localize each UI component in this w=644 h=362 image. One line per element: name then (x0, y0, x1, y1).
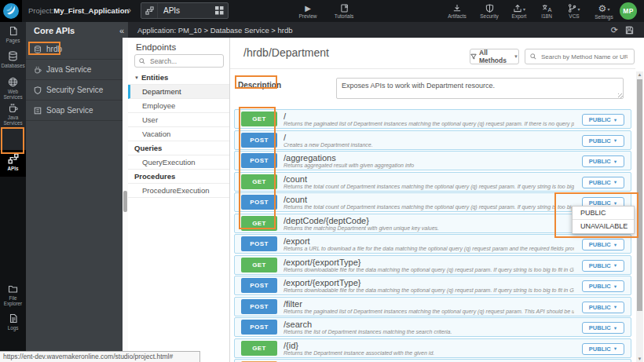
scroll-down-icon[interactable]: ▼ (636, 356, 643, 362)
method-search[interactable] (525, 49, 635, 64)
access-dropdown-button[interactable]: PUBLIC▼ (582, 135, 624, 147)
endpoints-search[interactable] (134, 54, 224, 68)
tab-apis[interactable]: APIs (141, 2, 229, 19)
sidebar-item-java-services[interactable]: Java Services (0, 103, 26, 126)
chevron-down-icon: ▾ (523, 7, 525, 12)
section-entities[interactable]: ▼Entities (128, 71, 229, 85)
panel-scrollbar[interactable] (123, 38, 128, 362)
methods-filter-dropdown[interactable]: All Methods ▼ (470, 49, 519, 64)
method-path: /filter (284, 299, 574, 309)
chevron-down-icon: ▼ (514, 54, 518, 59)
security-button[interactable]: Security (474, 1, 504, 22)
core-item-java-service[interactable]: Java Service (26, 60, 128, 80)
access-dropdown-button[interactable]: PUBLIC▼ (582, 260, 624, 272)
method-badge: GET (241, 112, 277, 126)
method-search-input[interactable] (540, 53, 629, 61)
artifacts-button[interactable]: Artifacts (441, 1, 473, 22)
chevron-down-icon: ▼ (134, 75, 139, 80)
access-dropdown-button[interactable]: PUBLIC▼ (582, 114, 624, 126)
i18n-button[interactable]: A I18N (533, 1, 560, 22)
method-badge: POST (241, 236, 277, 251)
scrollbar-thumb[interactable] (637, 79, 642, 311)
access-dropdown-button[interactable]: PUBLIC▼ (582, 280, 624, 292)
sidebar-item-logs[interactable]: Logs (0, 313, 26, 331)
main-scrollbar[interactable]: ▲ ▼ (636, 71, 643, 362)
chevron-down-icon: ▼ (613, 118, 617, 122)
access-dropdown-button[interactable]: PUBLIC▼ (582, 239, 624, 250)
method-path: /export (284, 236, 574, 246)
method-row[interactable]: POST /filterReturns the paginated list o… (234, 297, 631, 316)
endpoints-search-input[interactable] (148, 57, 219, 66)
method-row[interactable]: GET /{id}Returns the Department instance… (234, 338, 631, 358)
save-icon[interactable] (625, 26, 634, 35)
method-path: / (284, 133, 574, 142)
chevron-down-icon: ▼ (613, 159, 617, 164)
menu-item-unavailable[interactable]: UNAVAILABLE (573, 220, 634, 233)
method-row[interactable]: GET /countReturns the total count of Dep… (234, 172, 631, 192)
access-dropdown-button[interactable]: PUBLIC▼ (582, 343, 624, 355)
api-node-icon (141, 3, 158, 18)
endpoint-item-queryexecution[interactable]: QueryExecution (128, 155, 229, 170)
core-item-label: Soap Service (46, 106, 93, 115)
preview-button[interactable]: ▶ Preview (292, 1, 324, 22)
core-item-hrdb[interactable]: hrdb (26, 39, 128, 60)
menu-item-public[interactable]: PUBLIC (573, 207, 634, 220)
endpoint-item-employee[interactable]: Employee (128, 99, 229, 113)
sidebar-item-databases[interactable]: Databases (0, 51, 26, 68)
method-badge: GET (241, 216, 277, 231)
description-textarea[interactable]: Exposes APIs to work with Department res… (336, 78, 624, 99)
method-row[interactable]: GET /Returns the paginated list of Depar… (234, 109, 631, 129)
method-row[interactable]: POST /Creates a new Department instance.… (234, 130, 631, 150)
method-badge: POST (241, 133, 277, 148)
endpoint-item-department[interactable]: Department (128, 85, 229, 99)
method-row[interactable]: GET /export/{exportType}Returns download… (234, 255, 631, 275)
chevron-down-icon: ▼ (613, 326, 617, 331)
user-avatar[interactable]: MP (620, 2, 637, 20)
core-item-security-service[interactable]: Security Service (26, 80, 128, 101)
method-row[interactable]: POST /searchReturns the list of Departme… (234, 317, 631, 337)
core-item-soap-service[interactable]: Soap Service (26, 101, 128, 121)
section-procedures[interactable]: Procedures (128, 170, 229, 184)
core-apis-panel: Core APIs « hrdb Java Service Security S… (26, 22, 128, 362)
method-list: GET /Returns the paginated list of Depar… (234, 109, 631, 362)
method-row[interactable]: POST /aggregationsReturns aggregated res… (234, 151, 631, 170)
method-path: /export/{exportType} (284, 258, 574, 267)
method-description: Returns aggregated result with given agg… (284, 163, 574, 169)
section-queries[interactable]: Queries (128, 141, 229, 155)
endpoints-panel: Endpoints ▼Entities Department Employee … (128, 38, 230, 362)
chevron-down-icon: ▼ (613, 201, 617, 206)
sidebar-item-pages[interactable]: Pages (0, 26, 26, 43)
resize-grip[interactable] (618, 93, 623, 98)
method-path: /count (284, 174, 574, 184)
endpoint-item-vacation[interactable]: Vacation (128, 127, 229, 141)
wavemaker-logo-icon[interactable] (0, 0, 22, 22)
soap-icon (34, 107, 42, 115)
method-row-partial[interactable] (234, 359, 631, 362)
tutorials-button[interactable]: Tutorials (327, 1, 361, 22)
export-button[interactable]: ▾ Export (503, 1, 535, 22)
access-dropdown-button[interactable]: PUBLIC▼ (582, 177, 624, 188)
scrollbar-thumb[interactable] (123, 191, 127, 212)
search-icon (530, 53, 536, 60)
refresh-icon[interactable]: ⟳ (611, 26, 618, 35)
scroll-up-icon[interactable]: ▲ (636, 71, 643, 78)
chevron-right-icon[interactable]: › (128, 0, 131, 22)
sidebar-item-file-explorer[interactable]: File Explorer (0, 284, 26, 306)
access-dropdown-button[interactable]: PUBLIC▼ (582, 155, 624, 167)
method-badge: GET (241, 258, 277, 272)
vcs-button[interactable]: ▾ VCS (559, 1, 589, 22)
shield-icon (34, 86, 42, 94)
sidebar-item-apis[interactable]: APIs (0, 150, 26, 177)
settings-button[interactable]: ⚙▾ Settings (587, 1, 620, 22)
grid-icon[interactable] (210, 3, 228, 18)
project-name[interactable]: Project:My_First_Application (28, 0, 129, 22)
collapse-panel-icon[interactable]: « (119, 27, 124, 35)
chevron-down-icon: ▼ (613, 138, 617, 143)
endpoint-item-user[interactable]: User (128, 113, 229, 127)
method-row[interactable]: POST /exportReturns a URL to download a … (234, 234, 631, 254)
endpoint-item-procedureexecution[interactable]: ProcedureExecution (128, 184, 229, 198)
method-row[interactable]: POST /export/{exportType}Returns downloa… (234, 276, 631, 295)
sidebar-item-web-services[interactable]: Web Services (0, 77, 26, 100)
access-dropdown-button[interactable]: PUBLIC▼ (582, 322, 624, 334)
access-dropdown-button[interactable]: PUBLIC▼ (582, 302, 624, 313)
